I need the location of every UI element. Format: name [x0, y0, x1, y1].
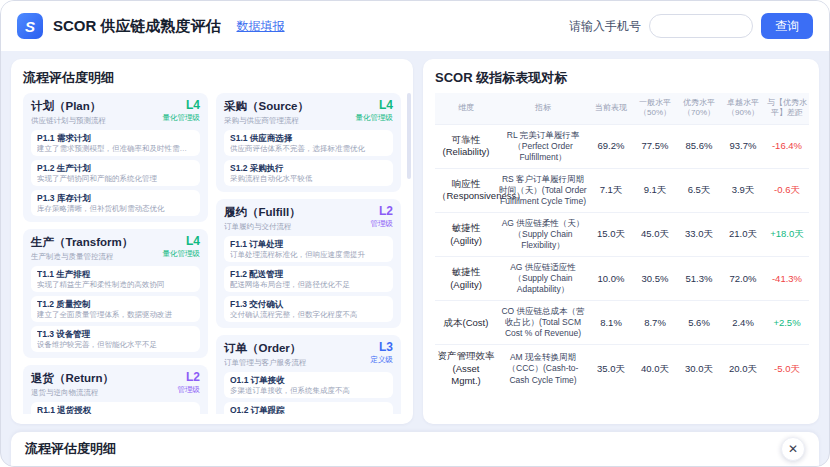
process-item-desc: 实现了精益生产和柔性制造的高效协同 [37, 280, 194, 289]
right-panel-title: SCOR 级指标表现对标 [435, 69, 807, 87]
table-row: 敏捷性(Agility) AG 供应链柔性（天）（Supply Chain Fl… [435, 213, 809, 257]
process-item[interactable]: O1.1 订单接收 多渠道订单接收，但系统集成度不高 [224, 372, 393, 398]
process-item[interactable]: T1.3 设备管理 设备维护较完善，但智能化水平不足 [31, 326, 200, 352]
process-item-title: F1.1 订单处理 [230, 239, 387, 249]
process-item-title: F1.3 交付确认 [230, 299, 387, 309]
card-subtitle: 订单履约与交付流程 [224, 222, 301, 232]
process-item-desc: 设备维护较完善，但智能化水平不足 [37, 340, 194, 349]
scrollbar[interactable] [407, 93, 411, 179]
card-subtitle: 订单管理与客户服务流程 [224, 358, 307, 368]
process-card-transform: 生产（Transform） 生产制造与质量管控流程 L4 量化管理级 T1.1 … [23, 229, 208, 358]
process-card-plan: 计划（Plan） 供应链计划与预测流程 L4 量化管理级 P1.1 需求计划 建… [23, 93, 208, 222]
process-item[interactable]: S1.2 采购执行 采购流程自动化水平较低 [224, 160, 393, 186]
process-item[interactable]: T1.2 质量控制 建立了全面质量管理体系，数据驱动改进 [31, 296, 200, 322]
card-subtitle: 退货与逆向物流流程 [31, 388, 114, 398]
phone-input[interactable] [649, 14, 753, 38]
card-subtitle: 采购与供应商管理流程 [224, 116, 309, 126]
process-item-title: R1.1 退货授权 [37, 405, 194, 414]
process-item-title: O1.2 订单跟踪 [230, 405, 387, 414]
process-card-return: 退货（Return） 退货与逆向物流流程 L2 管理级 R1.1 退货授权 退货… [23, 365, 208, 414]
benchmark-table: 维度 指标 当前表现 一般水平（50%） 优秀水平（70%） 卓越水平（90%）… [435, 93, 809, 393]
process-item[interactable]: S1.1 供应商选择 供应商评估体系不完善，选择标准需优化 [224, 130, 393, 156]
process-item-title: S1.2 采购执行 [230, 163, 387, 173]
average-cell: 45.0天 [633, 213, 677, 257]
current-cell: 15.0天 [589, 213, 633, 257]
card-title: 采购（Source） [224, 99, 309, 114]
excellent-cell: 20.0天 [721, 345, 765, 393]
process-item[interactable]: R1.1 退货授权 退货审批流程繁琐，缺乏自动化处理 [31, 402, 200, 414]
maturity-level-badge: L3 [371, 341, 394, 354]
maturity-level-badge: L2 [371, 205, 394, 218]
good-cell: 33.0天 [677, 213, 721, 257]
col-dimension: 维度 [435, 93, 497, 124]
process-item[interactable]: T1.1 生产排程 实现了精益生产和柔性制造的高效协同 [31, 266, 200, 292]
current-cell: 7.1天 [589, 168, 633, 212]
average-cell: 30.5% [633, 257, 677, 301]
process-item[interactable]: F1.1 订单处理 订单处理流程标准化，但响应速度需提升 [224, 236, 393, 262]
dimension-cell: 资产管理效率(Asset Mgmt.) [435, 345, 497, 393]
left-panel-title: 流程评估度明细 [23, 69, 401, 87]
bottom-panel-bar: 流程评估度明细 ✕ [11, 432, 819, 466]
indicator-cell: RS 客户订单履行周期时间（天）(Total Order Fulfillment… [497, 168, 589, 212]
indicator-cell: RL 完美订单履行率（Perfect Order Fulfillment） [497, 124, 589, 168]
process-item[interactable]: F1.2 配送管理 配送网络布局合理，但路径优化不足 [224, 266, 393, 292]
process-item[interactable]: P1.2 生产计划 实现了产销协同和产能的系统化管理 [31, 160, 200, 186]
current-cell: 69.2% [589, 124, 633, 168]
process-assessment-panel: 流程评估度明细 计划（Plan） 供应链计划与预测流程 L4 量化管理级 [11, 59, 413, 424]
maturity-level-name: 管理级 [371, 219, 394, 229]
process-item[interactable]: P1.3 库存计划 库存策略清晰，但补货机制需动态优化 [31, 190, 200, 216]
close-icon[interactable]: ✕ [781, 437, 805, 461]
process-item-desc: 交付确认流程完整，但数字化程度不高 [230, 310, 387, 319]
table-row: 响应性（Responsiveness） RS 客户订单履行周期时间（天）(Tot… [435, 168, 809, 212]
process-item[interactable]: F1.3 交付确认 交付确认流程完整，但数字化程度不高 [224, 296, 393, 322]
process-card-order: 订单（Order） 订单管理与客户服务流程 L3 定义级 O1.1 订单接收 多… [216, 335, 401, 414]
current-cell: 35.0天 [589, 345, 633, 393]
maturity-level-name: 量化管理级 [163, 249, 201, 259]
col-average: 一般水平（50%） [633, 93, 677, 124]
col-current: 当前表现 [589, 93, 633, 124]
col-excellent: 卓越水平（90%） [721, 93, 765, 124]
process-item-desc: 供应商评估体系不完善，选择标准需优化 [230, 144, 387, 153]
excellent-cell: 2.4% [721, 301, 765, 345]
card-title: 履约（Fulfill） [224, 205, 301, 220]
maturity-level-badge: L4 [163, 99, 201, 112]
gap-cell: -41.3% [765, 257, 809, 301]
gap-cell: +2.5% [765, 301, 809, 345]
process-item-title: T1.2 质量控制 [37, 299, 194, 309]
process-item[interactable]: O1.2 订单跟踪 订单状态可视化，但实时性需改善 [224, 402, 393, 414]
header-right: 请输入手机号 查询 [569, 13, 813, 39]
col-gap: 与【优秀水平】差距 [765, 93, 809, 124]
search-button[interactable]: 查询 [761, 13, 813, 39]
card-grid: 计划（Plan） 供应链计划与预测流程 L4 量化管理级 P1.1 需求计划 建… [23, 93, 401, 414]
process-item-desc: 配送网络布局合理，但路径优化不足 [230, 280, 387, 289]
average-cell: 77.5% [633, 124, 677, 168]
good-cell: 51.3% [677, 257, 721, 301]
process-item-title: F1.2 配送管理 [230, 269, 387, 279]
page-title: SCOR 供应链成熟度评估 [53, 17, 221, 36]
card-subtitle: 生产制造与质量管控流程 [31, 252, 133, 262]
maturity-level-badge: L4 [163, 235, 201, 248]
process-item-desc: 采购流程自动化水平较低 [230, 174, 387, 183]
col-good: 优秀水平（70%） [677, 93, 721, 124]
average-cell: 8.7% [633, 301, 677, 345]
excellent-cell: 21.0天 [721, 213, 765, 257]
process-item-title: P1.3 库存计划 [37, 193, 194, 203]
process-item-desc: 实现了产销协同和产能的系统化管理 [37, 174, 194, 183]
good-cell: 30.0天 [677, 345, 721, 393]
data-entry-link[interactable]: 数据填报 [237, 18, 285, 35]
process-item[interactable]: P1.1 需求计划 建立了需求预测模型，但准确率和及时性需提升 [31, 130, 200, 156]
main-content: 流程评估度明细 计划（Plan） 供应链计划与预测流程 L4 量化管理级 [1, 51, 829, 432]
bottom-panel-title: 流程评估度明细 [25, 440, 116, 458]
process-item-title: P1.2 生产计划 [37, 163, 194, 173]
process-item-title: T1.1 生产排程 [37, 269, 194, 279]
process-item-desc: 多渠道订单接收，但系统集成度不高 [230, 386, 387, 395]
indicator-cell: AG 供应链柔性（天）（Supply Chain Flexibility） [497, 213, 589, 257]
indicator-cell: CO 供应链总成本（营收占比）(Total SCM Cost % of Reve… [497, 301, 589, 345]
table-header-row: 维度 指标 当前表现 一般水平（50%） 优秀水平（70%） 卓越水平（90%）… [435, 93, 809, 124]
process-item-title: P1.1 需求计划 [37, 133, 194, 143]
card-title: 订单（Order） [224, 341, 307, 356]
gap-cell: -5.0天 [765, 345, 809, 393]
process-item-desc: 建立了需求预测模型，但准确率和及时性需提升 [37, 144, 194, 153]
maturity-level-name: 量化管理级 [163, 113, 201, 123]
process-item-title: T1.3 设备管理 [37, 329, 194, 339]
